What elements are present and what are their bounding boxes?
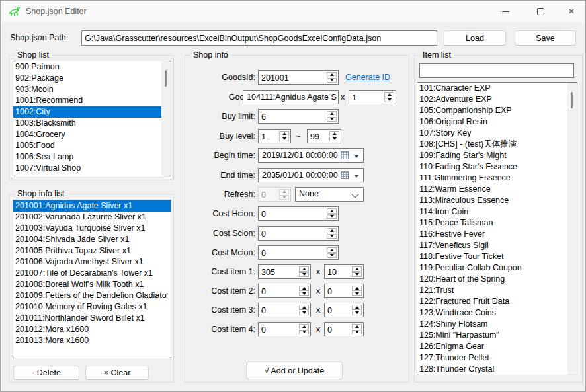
spin-down-button[interactable] (352, 311, 362, 316)
list-item[interactable]: 201009:Fetters of the Dandelion Gladiato (13, 290, 171, 301)
item-list-scrollbar[interactable] (567, 83, 577, 375)
cost-item-2-id-input[interactable] (259, 284, 297, 297)
cost-item-1-id-input[interactable] (259, 265, 297, 278)
spin-up-button[interactable] (352, 266, 362, 272)
list-item[interactable]: 1006:Sea Lamp (13, 151, 161, 163)
load-button[interactable]: Load (444, 30, 506, 46)
spin-down-button[interactable] (299, 330, 309, 335)
list-item[interactable]: 201003:Vayuda Turquoise Sliver x1 (13, 223, 171, 234)
clear-button[interactable]: × Clear (85, 366, 149, 380)
item-filter-input[interactable] (419, 63, 574, 78)
list-item[interactable]: 124:Shiny Flotsam (417, 319, 567, 330)
spin-down-button[interactable] (329, 137, 339, 142)
list-item[interactable]: 201001:Agnidus Agate Sliver x1 (13, 200, 171, 212)
list-item[interactable]: 111:Glimmering Essence (417, 173, 567, 184)
goods-count-spinner[interactable] (349, 90, 396, 104)
list-item[interactable]: 201010:Memory of Roving Gales x1 (13, 301, 171, 313)
cost-item-2-count-spinner[interactable] (324, 284, 364, 298)
spin-down-button[interactable] (327, 214, 337, 219)
list-item[interactable]: 118:Festive Tour Ticket (417, 251, 567, 262)
list-item[interactable]: 201007:Tile of Decarabian's Tower x1 (13, 268, 171, 279)
list-item[interactable]: 1002:City (13, 106, 161, 118)
cost-item-4-id-input[interactable] (259, 323, 297, 336)
buy-limit-spinner[interactable] (258, 109, 339, 124)
spin-up-button[interactable] (329, 131, 339, 136)
close-button[interactable]: ✕ (556, 1, 586, 22)
list-item[interactable]: 116:Festive Fever (417, 229, 567, 240)
list-item[interactable]: 119:Peculiar Collab Coupon (417, 262, 567, 274)
spin-up-button[interactable] (299, 324, 309, 329)
spin-up-button[interactable] (327, 247, 337, 253)
spin-down-button[interactable] (299, 272, 309, 278)
cost-item-4-id-spinner[interactable] (258, 322, 311, 336)
spin-up-button[interactable] (279, 131, 289, 136)
dropdown-arrow-icon[interactable] (354, 175, 359, 178)
cost-item-2-count-input[interactable] (325, 284, 350, 297)
spin-up-button[interactable] (352, 324, 362, 329)
generate-id-link[interactable]: Generate ID (345, 73, 390, 83)
cost-item-3-id-input[interactable] (259, 303, 297, 317)
begin-time-picker[interactable]: 2019/12/01 00:00:00 (258, 148, 364, 163)
cost-item-3-count-input[interactable] (325, 303, 350, 317)
spin-down-button[interactable] (352, 330, 362, 335)
cost-item-4-count-spinner[interactable] (324, 322, 364, 336)
delete-button[interactable]: - Delete (13, 366, 79, 380)
spin-down-button[interactable] (299, 292, 309, 297)
maximize-button[interactable] (525, 1, 556, 22)
buy-level-min-spinner[interactable] (258, 129, 291, 143)
spin-up-button[interactable] (327, 208, 337, 214)
list-item[interactable]: 109:Fading Star's Might (417, 150, 567, 161)
list-item[interactable]: 1001:Recommend (13, 95, 161, 106)
goodsid-spinner[interactable] (258, 70, 339, 85)
shop-list-scrollbar-thumb[interactable] (165, 70, 167, 87)
spin-down-button[interactable] (327, 78, 337, 83)
list-item[interactable]: 106:Original Resin (417, 116, 567, 128)
spin-up-button[interactable] (352, 305, 362, 310)
spin-up-button[interactable] (299, 305, 309, 310)
list-item[interactable]: 121:Trust (417, 285, 567, 296)
list-item[interactable]: 201008:Boreal Wolf's Milk Tooth x1 (13, 279, 171, 290)
cost-scion-input[interactable] (259, 227, 325, 240)
spin-up-button[interactable] (384, 92, 394, 97)
list-item[interactable]: 900:Paimon (13, 61, 161, 73)
spin-down-button[interactable] (299, 311, 309, 316)
spin-up-button[interactable] (352, 286, 362, 291)
minimize-button[interactable] (490, 1, 521, 22)
cost-mcion-input[interactable] (259, 246, 325, 259)
list-item[interactable]: 201006:Vajrada Amethyst Sliver x1 (13, 256, 171, 268)
list-item[interactable]: 115:Peace Talisman (417, 217, 567, 229)
cost-item-3-id-spinner[interactable] (258, 303, 311, 317)
list-item[interactable]: 113:Miraculous Essence (417, 195, 567, 206)
list-item[interactable]: 201013:Mora x1600 (13, 335, 171, 346)
list-item[interactable]: 108:[CHS] - (test)天体推演 (417, 139, 567, 150)
list-item[interactable]: 123:Windtrace Coins (417, 307, 567, 319)
spin-down-button[interactable] (327, 117, 337, 122)
shop-info-listbox[interactable]: 201001:Agnidus Agate Sliver x1201002:Var… (13, 200, 171, 358)
list-item[interactable]: 120:Heart of the Spring (417, 274, 567, 285)
buy-level-max-spinner[interactable] (307, 129, 341, 143)
list-item[interactable]: 201012:Mora x1600 (13, 324, 171, 335)
list-item[interactable]: 1003:Blacksmith (13, 118, 161, 129)
add-or-update-button[interactable]: √ Add or Update (246, 362, 343, 379)
cost-item-2-id-spinner[interactable] (258, 284, 311, 298)
cost-item-1-id-spinner[interactable] (258, 264, 311, 279)
cost-item-4-count-input[interactable] (325, 323, 350, 336)
goodsid-input[interactable] (259, 71, 325, 84)
save-button[interactable]: Save (515, 30, 576, 46)
list-item[interactable]: 201002:Varunada Lazurite Sliver x1 (13, 212, 171, 223)
spin-down-button[interactable] (327, 234, 337, 239)
goods-combo[interactable]: 104111:Agnidus Agate S (243, 90, 339, 104)
spin-up-button[interactable] (299, 266, 309, 272)
goods-count-input[interactable] (349, 91, 382, 104)
cost-mcion-spinner[interactable] (258, 245, 339, 260)
dropdown-arrow-icon[interactable] (354, 155, 359, 158)
spin-up-button[interactable] (327, 72, 337, 77)
list-item[interactable]: 117:Veneficus Sigil (417, 240, 567, 251)
cost-item-1-count-spinner[interactable] (324, 264, 364, 279)
list-item[interactable]: 902:Package (13, 73, 161, 84)
spin-up-button[interactable] (299, 286, 309, 291)
cost-item-1-count-input[interactable] (325, 265, 350, 278)
list-item[interactable]: 112:Warm Essence (417, 184, 567, 195)
spin-down-button[interactable] (384, 98, 394, 103)
list-item[interactable]: 201004:Shivada Jade Sliver x1 (13, 234, 171, 245)
